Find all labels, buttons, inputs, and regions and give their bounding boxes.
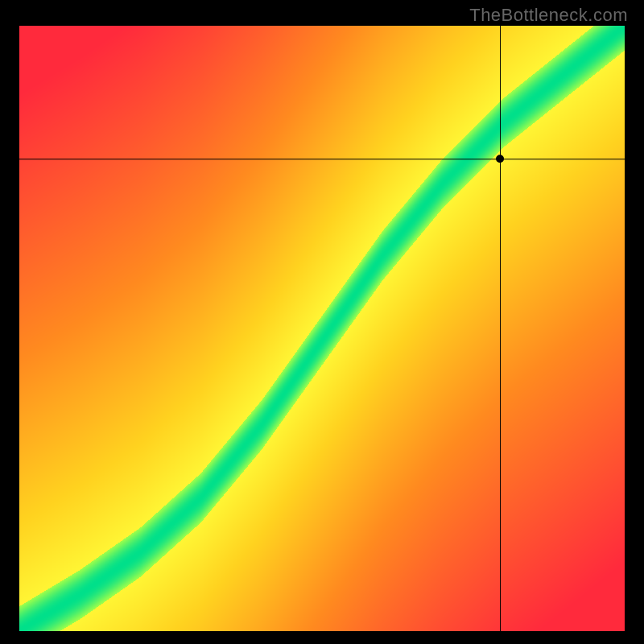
heatmap-canvas <box>19 26 625 631</box>
heatmap-plot <box>19 26 625 631</box>
watermark-text: TheBottleneck.com <box>469 5 628 26</box>
